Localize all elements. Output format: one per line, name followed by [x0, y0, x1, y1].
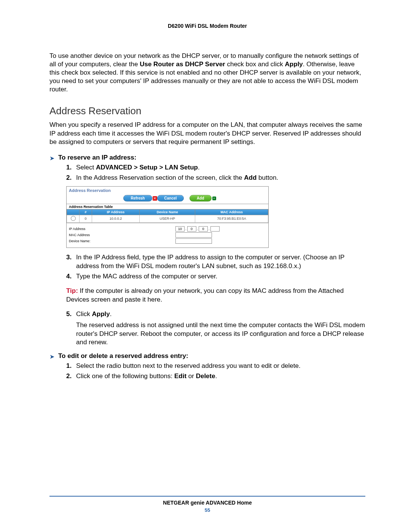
step-number: 2. — [66, 372, 76, 381]
text-bold: Use Router as DHCP Server — [140, 61, 225, 68]
mac-input[interactable] — [175, 232, 212, 238]
step-5: 5. Click Apply. The reserved address is … — [66, 310, 365, 347]
tip-label: Tip: — [66, 287, 78, 294]
cell-mac: 70:F3:95:B1:E0:5A — [195, 215, 268, 222]
text-bold: Edit — [174, 372, 186, 380]
text-bold: Apply — [285, 61, 303, 68]
procedure-2-header: ➤ To edit or delete a reserved address e… — [49, 352, 365, 360]
text-bold: ADVANCED > Setup > LAN Setup — [96, 164, 198, 171]
text: In the IP Address field, type the IP add… — [76, 253, 365, 271]
text: In the Address Reservation section of th… — [76, 174, 244, 181]
col-select — [67, 209, 80, 215]
section-paragraph: When you specify a reserved IP address f… — [49, 121, 365, 146]
page-footer: NETGEAR genie ADVANCED Home 55 — [49, 496, 365, 513]
text: . — [215, 372, 217, 380]
step-number: 5. — [66, 310, 76, 347]
ui-form: IP Address . . . MAC Address Device Name… — [67, 223, 268, 248]
cell-device: USER-HP — [140, 215, 195, 222]
step-number: 3. — [66, 253, 76, 271]
close-icon: ✕ — [153, 196, 157, 201]
refresh-button[interactable]: Refresh — [123, 195, 152, 201]
tip-block: Tip: If the computer is already on your … — [66, 287, 365, 304]
text-bold: Add — [244, 174, 256, 181]
text: Click one of the following buttons: — [76, 372, 174, 380]
intro-paragraph: To use another device on your network as… — [49, 52, 365, 94]
label-device: Device Name: — [69, 239, 175, 243]
text: button. — [256, 174, 278, 181]
section-heading: Address Reservation — [49, 105, 365, 117]
procedure-1-header: ➤ To reserve an IP address: — [49, 154, 365, 162]
ip-octet-4[interactable] — [210, 226, 220, 232]
device-name-input[interactable] — [175, 238, 212, 244]
ui-panel-title: Address Reservation — [67, 187, 268, 193]
cancel-button[interactable]: Cancel — [157, 195, 184, 201]
chevron-right-icon: ➤ — [49, 353, 54, 360]
step-4: 4. Type the MAC address of the computer … — [66, 272, 365, 281]
footer-title: NETGEAR genie ADVANCED Home — [49, 500, 365, 506]
col-device: Device Name — [140, 209, 195, 215]
cell-index: 0 — [80, 215, 92, 222]
ui-table-title: Address Reservation Table — [67, 204, 268, 209]
tip-text: If the computer is already on your netwo… — [66, 287, 344, 303]
cell-ip: 10.0.0.2 — [92, 215, 140, 222]
reservation-table: # IP Address Device Name MAC Address 0 1… — [67, 209, 268, 223]
step-2: 2. In the Address Reservation section of… — [66, 174, 365, 182]
chevron-right-icon: ➤ — [49, 155, 54, 162]
text-bold: Delete — [196, 372, 215, 380]
step-1: 1. Select ADVANCED > Setup > LAN Setup. — [66, 163, 365, 172]
ui-button-row: Refresh ✕Cancel Add+ — [67, 193, 268, 204]
text: . — [198, 164, 200, 171]
text: Select the radio button next to the rese… — [76, 362, 365, 371]
text: Select — [76, 164, 96, 171]
procedure-1-title: To reserve an IP address: — [58, 154, 136, 161]
step-number: 1. — [66, 362, 76, 371]
row-radio[interactable] — [71, 216, 76, 221]
text: The reserved address is not assigned unt… — [76, 321, 365, 347]
procedure-2-title: To edit or delete a reserved address ent… — [58, 352, 188, 360]
text-bold: Apply — [92, 310, 110, 318]
text: Type the MAC address of the computer or … — [76, 272, 365, 281]
add-button[interactable]: Add — [190, 195, 211, 201]
label-ip: IP Address — [69, 227, 175, 231]
ip-octet-3[interactable] — [199, 226, 208, 232]
ui-address-reservation: Address Reservation Refresh ✕Cancel Add+… — [66, 186, 269, 248]
ip-octet-2[interactable] — [187, 226, 196, 232]
col-mac: MAC Address — [195, 209, 268, 215]
step-3: 3. In the IP Address field, type the IP … — [66, 253, 365, 271]
text: . — [110, 310, 112, 318]
text: check box and click — [225, 61, 285, 68]
step-number: 4. — [66, 272, 76, 281]
label-mac: MAC Address — [69, 233, 175, 237]
col-index: # — [80, 209, 92, 215]
plus-icon: + — [212, 197, 216, 200]
col-ip: IP Address — [92, 209, 140, 215]
step-1b: 1. Select the radio button next to the r… — [66, 362, 365, 371]
page-number: 55 — [49, 507, 365, 513]
step-2b: 2. Click one of the following buttons: E… — [66, 372, 365, 381]
step-number: 1. — [66, 163, 76, 172]
table-header-row: # IP Address Device Name MAC Address — [67, 209, 268, 215]
page-header: D6200 WiFi DSL Modem Router — [49, 23, 365, 29]
text: or — [186, 372, 196, 380]
ip-octet-1[interactable] — [175, 226, 185, 232]
step-number: 2. — [66, 174, 76, 182]
text: Click — [76, 310, 92, 318]
table-row: 0 10.0.0.2 USER-HP 70:F3:95:B1:E0:5A — [67, 215, 268, 222]
